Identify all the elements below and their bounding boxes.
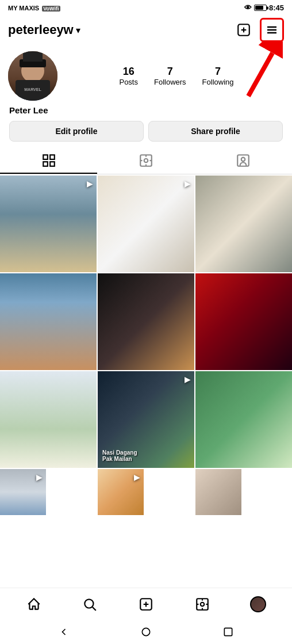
- profile-section: MARVEL 16 Posts 7 Followers 7 Following …: [0, 47, 292, 142]
- grid-item-3[interactable]: [195, 176, 292, 272]
- grid-item-11[interactable]: ▶: [98, 469, 144, 515]
- followers-count: 7: [167, 66, 173, 78]
- vowifi-badge: VoWifi: [42, 6, 60, 12]
- svg-rect-10: [43, 162, 48, 166]
- grid-item-6[interactable]: [195, 273, 292, 370]
- reel-indicator-1: ▶: [87, 179, 93, 188]
- menu-button[interactable]: [260, 18, 284, 42]
- followers-label: Followers: [154, 78, 186, 86]
- grid-item-10[interactable]: ▶: [0, 469, 46, 515]
- eye-icon: 👁: [244, 3, 252, 12]
- photo-grid: ▶ ▶ ▶ Nasi DagangPak Mailan ▶ ▶: [0, 176, 292, 515]
- tab-tagged[interactable]: [195, 148, 292, 174]
- battery-fill: [255, 6, 263, 10]
- share-profile-button[interactable]: Share profile: [148, 121, 283, 142]
- svg-rect-9: [50, 155, 55, 159]
- grid-item-8[interactable]: ▶ Nasi DagangPak Mailan: [98, 371, 194, 468]
- nav-search[interactable]: [76, 590, 103, 618]
- stats-row: 16 Posts 7 Followers 7 Following: [69, 66, 284, 86]
- header-actions: [233, 18, 284, 42]
- profile-buttons: Edit profile Share profile: [8, 121, 284, 142]
- profile-row: MARVEL 16 Posts 7 Followers 7 Following: [8, 51, 284, 101]
- grid-item-5[interactable]: [98, 273, 194, 370]
- following-count: 7: [215, 66, 221, 78]
- avatar-image: MARVEL: [8, 51, 57, 101]
- nav-add[interactable]: [132, 590, 160, 618]
- grid-item-1[interactable]: ▶: [0, 176, 97, 272]
- android-home-button[interactable]: [138, 624, 154, 640]
- avatar[interactable]: MARVEL: [8, 51, 57, 101]
- full-name-text: Peter Lee: [8, 105, 284, 115]
- reel-indicator-8: ▶: [185, 375, 191, 384]
- grid-item-12[interactable]: [195, 469, 241, 515]
- edit-profile-button[interactable]: Edit profile: [9, 121, 144, 142]
- username-text: peterleeyw: [8, 22, 74, 37]
- svg-rect-32: [224, 628, 232, 635]
- grid-item-9[interactable]: [195, 371, 292, 468]
- nav-home[interactable]: [20, 590, 48, 618]
- nav-profile[interactable]: [244, 590, 272, 618]
- carrier-text: MY MAXIS VoWifi: [8, 5, 60, 12]
- svg-rect-11: [50, 162, 55, 166]
- posts-label: Posts: [119, 78, 138, 86]
- username-section[interactable]: peterleeyw ▾: [8, 22, 80, 37]
- android-recents-button[interactable]: [220, 624, 236, 640]
- content-tabs: [0, 148, 292, 174]
- following-label: Following: [202, 78, 234, 86]
- nav-profile-avatar: [250, 596, 266, 612]
- grid-item-4[interactable]: [0, 273, 97, 370]
- svg-point-26: [200, 602, 204, 606]
- followers-stat[interactable]: 7 Followers: [154, 66, 186, 86]
- add-post-button[interactable]: [233, 20, 254, 40]
- chevron-down-icon[interactable]: ▾: [76, 25, 80, 36]
- grid-overlay-text: Nasi DagangPak Mailan: [102, 449, 137, 462]
- bottom-nav: [0, 588, 292, 620]
- svg-point-19: [241, 158, 245, 162]
- reel-indicator-2: ▶: [185, 179, 191, 188]
- following-stat[interactable]: 7 Following: [202, 66, 234, 86]
- android-back-button[interactable]: [56, 624, 72, 640]
- svg-point-20: [85, 599, 94, 608]
- tab-reels[interactable]: [97, 148, 194, 174]
- status-bar: MY MAXIS VoWifi 👁 8:45: [0, 0, 292, 14]
- posts-stat[interactable]: 16 Posts: [119, 66, 138, 86]
- time-text: 8:45: [269, 3, 284, 12]
- tab-grid[interactable]: [0, 148, 97, 174]
- svg-line-21: [93, 607, 96, 610]
- reel-indicator-11: ▶: [134, 472, 140, 482]
- android-nav: [0, 620, 292, 644]
- status-icons: 👁 8:45: [244, 3, 284, 12]
- svg-point-13: [144, 159, 148, 163]
- battery-icon: [254, 5, 267, 11]
- grid-item-7[interactable]: [0, 371, 97, 468]
- profile-header: peterleeyw ▾: [0, 14, 292, 47]
- svg-point-31: [142, 628, 149, 635]
- nav-reels[interactable]: [189, 590, 216, 618]
- reel-indicator-10: ▶: [36, 472, 43, 482]
- posts-count: 16: [123, 66, 135, 78]
- svg-rect-8: [43, 155, 48, 159]
- grid-item-2[interactable]: ▶: [98, 176, 194, 272]
